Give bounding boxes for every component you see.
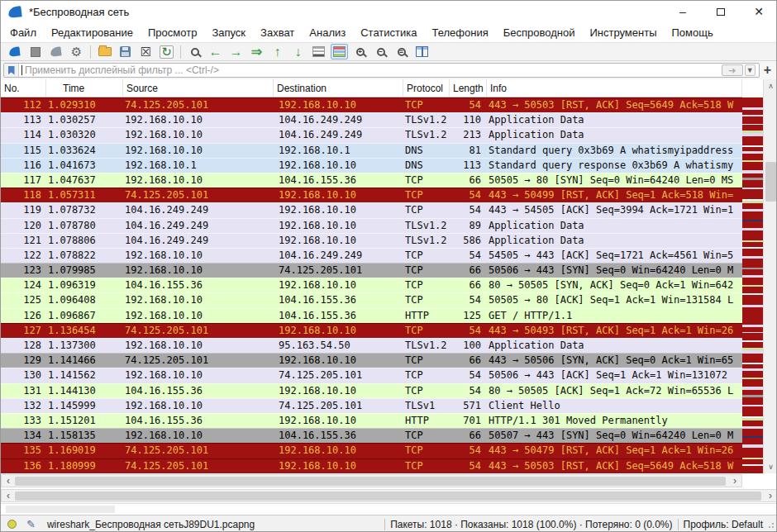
- packet-row-131[interactable]: 1311.144130104.16.155.36192.168.10.10TCP…: [1, 383, 742, 398]
- filter-placeholder: Применить дисплейный фильтр ... <Ctrl-/>: [25, 64, 219, 76]
- go-to-packet-icon[interactable]: ⇒: [247, 44, 266, 60]
- minimap-stripe: [742, 203, 763, 209]
- horizontal-scrollbar-list[interactable]: ‹ ›: [1, 474, 742, 487]
- packet-row-135[interactable]: 1351.16901974.125.205.101192.168.10.10TC…: [1, 443, 742, 458]
- zoom-in-icon[interactable]: +: [350, 44, 369, 60]
- scroll-left-icon[interactable]: ‹: [2, 490, 15, 501]
- column-header-protocol[interactable]: Protocol: [403, 79, 450, 97]
- save-file-icon[interactable]: [116, 44, 135, 60]
- vertical-scrollbar[interactable]: ∧ ∨: [763, 79, 777, 473]
- scroll-left-icon[interactable]: ‹: [2, 475, 15, 487]
- collapsed-pane-scrollbar[interactable]: [1, 503, 777, 514]
- minimize-button[interactable]: –: [664, 1, 702, 22]
- packet-rows: 1121.02931074.125.205.101192.168.10.10TC…: [1, 97, 742, 473]
- menu-item-8[interactable]: Беспроводной: [496, 24, 583, 41]
- scroll-right-icon[interactable]: ›: [764, 490, 777, 501]
- scroll-up-icon[interactable]: ∧: [764, 79, 777, 93]
- packet-row-125[interactable]: 1251.096408192.168.10.10104.16.155.36TCP…: [1, 292, 742, 307]
- packet-row-114[interactable]: 1141.030320192.168.10.10104.16.249.249TL…: [1, 127, 742, 142]
- packet-row-120[interactable]: 1201.078780104.16.249.249192.168.10.10TL…: [1, 218, 742, 233]
- packet-row-124[interactable]: 1241.096319104.16.155.36192.168.10.10TCP…: [1, 278, 742, 292]
- close-file-icon[interactable]: ☒: [136, 44, 155, 60]
- packet-row-126[interactable]: 1261.096867192.168.10.10104.16.155.36HTT…: [1, 308, 742, 323]
- capture-comment-icon[interactable]: ✎: [26, 518, 36, 530]
- column-header-source[interactable]: Source: [123, 79, 274, 97]
- auto-scroll-icon[interactable]: [309, 44, 328, 60]
- go-first-packet-icon[interactable]: ↑: [268, 44, 287, 60]
- resize-grip[interactable]: [768, 520, 776, 529]
- horizontal-scrollbar-thumb[interactable]: [15, 492, 761, 501]
- packet-row-118[interactable]: 1181.05731174.125.205.101192.168.10.10TC…: [1, 188, 742, 202]
- packet-row-132[interactable]: 1321.145999192.168.10.1074.125.205.101TL…: [1, 398, 742, 413]
- menu-item-5[interactable]: Анализ: [302, 24, 353, 41]
- resize-columns-icon[interactable]: [412, 44, 431, 60]
- zoom-reset-icon[interactable]: =: [392, 44, 411, 60]
- packet-row-136[interactable]: 1361.18099974.125.205.101192.168.10.10TC…: [1, 458, 742, 473]
- display-filter-input[interactable]: Применить дисплейный фильтр ... <Ctrl-/>…: [3, 63, 760, 78]
- packet-row-128[interactable]: 1281.137300192.168.10.1095.163.54.50TLSv…: [1, 338, 742, 353]
- vertical-scrollbar-thumb[interactable]: [765, 162, 776, 202]
- packet-row-127[interactable]: 1271.13645474.125.205.101192.168.10.10TC…: [1, 323, 742, 338]
- filter-bookmark-button[interactable]: [4, 64, 19, 77]
- menu-item-3[interactable]: Запуск: [204, 24, 253, 41]
- packet-minimap[interactable]: [742, 97, 763, 473]
- packet-info: 50506 → 443 [SYN] Seq=0 Win=64240 Len=0 …: [487, 263, 742, 278]
- go-back-icon[interactable]: ←: [206, 44, 225, 60]
- packet-row-115[interactable]: 1151.033624192.168.10.10192.168.10.1DNS8…: [1, 143, 742, 158]
- filter-dropdown-button[interactable]: ▼: [745, 64, 756, 76]
- menu-item-10[interactable]: Помощь: [665, 24, 721, 41]
- packet-row-133[interactable]: 1331.151201104.16.155.36192.168.10.10HTT…: [1, 413, 742, 428]
- profile-label[interactable]: Профиль: Default: [684, 519, 764, 530]
- column-header-info[interactable]: Info: [487, 79, 742, 97]
- close-button[interactable]: ✕: [740, 1, 777, 22]
- packet-row-116[interactable]: 1161.041673192.168.10.1192.168.10.10DNS1…: [1, 158, 742, 173]
- packet-row-121[interactable]: 1211.078806104.16.249.249192.168.10.10TL…: [1, 233, 742, 248]
- menu-item-7[interactable]: Телефония: [424, 24, 495, 41]
- column-header-length[interactable]: Length: [450, 79, 487, 97]
- menu-item-9[interactable]: Инструменты: [582, 24, 664, 41]
- packet-row-119[interactable]: 1191.078732104.16.249.249192.168.10.10TC…: [1, 202, 742, 217]
- packet-row-117[interactable]: 1171.047637192.168.10.10104.16.155.36TCP…: [1, 173, 742, 188]
- column-header-destination[interactable]: Destination: [274, 79, 403, 97]
- go-last-packet-icon[interactable]: ↓: [288, 44, 307, 60]
- menu-item-4[interactable]: Захват: [253, 24, 302, 41]
- open-file-icon[interactable]: [95, 44, 114, 60]
- menu-item-6[interactable]: Статистика: [353, 24, 424, 41]
- find-packet-icon[interactable]: [185, 44, 204, 60]
- menu-item-1[interactable]: Редактирование: [44, 24, 141, 41]
- scroll-down-icon[interactable]: ∨: [764, 460, 777, 473]
- packet-dst: 104.16.155.36: [274, 308, 403, 323]
- start-capture-icon[interactable]: [5, 44, 24, 60]
- collapsed-pane-thumb[interactable]: [6, 506, 115, 513]
- packet-len: 586: [450, 233, 487, 248]
- go-forward-icon[interactable]: →: [226, 44, 245, 60]
- maximize-button[interactable]: [702, 1, 740, 22]
- horizontal-scrollbar-thumb[interactable]: [15, 477, 726, 486]
- capture-options-icon[interactable]: ⚙: [67, 44, 86, 60]
- packet-time: 1.078780: [46, 218, 123, 233]
- column-header-no[interactable]: No.: [1, 79, 46, 97]
- restart-capture-icon[interactable]: [46, 44, 65, 60]
- packet-row-123[interactable]: 1231.079985192.168.10.1074.125.205.101TC…: [1, 263, 742, 278]
- packet-row-129[interactable]: 1291.14146674.125.205.101192.168.10.10TC…: [1, 353, 742, 368]
- apply-filter-button[interactable]: ➜: [722, 64, 743, 76]
- expert-info-icon[interactable]: [7, 520, 17, 529]
- zoom-out-icon[interactable]: −: [371, 44, 390, 60]
- stop-capture-icon[interactable]: [26, 44, 45, 60]
- packet-row-113[interactable]: 1131.030257192.168.10.10104.16.249.249TL…: [1, 112, 742, 127]
- minimap-stripe: [742, 259, 763, 268]
- packet-row-134[interactable]: 1341.158135192.168.10.10104.16.155.36TCP…: [1, 428, 742, 443]
- colorize-icon[interactable]: [330, 44, 349, 60]
- packet-dst: 192.168.10.10: [274, 202, 403, 217]
- column-header-time[interactable]: Time: [46, 79, 123, 97]
- menu-item-0[interactable]: Файл: [2, 24, 44, 41]
- packet-row-112[interactable]: 1121.02931074.125.205.101192.168.10.10TC…: [1, 97, 742, 112]
- menu-item-2[interactable]: Просмотр: [141, 24, 204, 41]
- horizontal-scrollbar-secondary[interactable]: ‹ ›: [1, 489, 777, 502]
- add-filter-button[interactable]: +: [760, 63, 775, 78]
- scroll-right-icon[interactable]: ›: [728, 475, 741, 487]
- reload-icon[interactable]: ↻: [157, 44, 176, 60]
- packet-proto: TCP: [403, 97, 450, 112]
- packet-row-122[interactable]: 1221.078822192.168.10.10104.16.249.249TC…: [1, 248, 742, 263]
- packet-row-130[interactable]: 1301.141562192.168.10.1074.125.205.101TC…: [1, 368, 742, 382]
